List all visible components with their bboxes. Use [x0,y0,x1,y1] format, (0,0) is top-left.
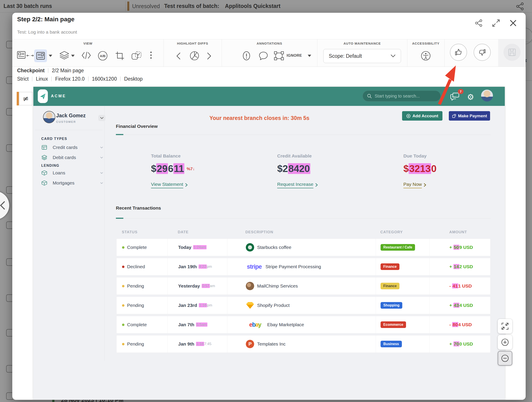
transaction-row[interactable]: Pending Jan 23rd1:16pm Shopify Product S… [116,297,491,314]
step-diff-indicator[interactable]: ≠ [19,92,32,105]
due-today-value: $32130 [403,163,437,174]
toggle-diffs-icon[interactable] [190,51,200,61]
accent-chip [116,134,123,135]
checkpoint-label: Checkpoint [17,68,44,73]
sidebar-item-label: Debit cards [53,155,100,160]
toolbar-section-view: VIEW [12,39,164,67]
toolbar-section-save [498,39,526,67]
divider [35,130,103,130]
match-regions-icon[interactable] [131,51,142,60]
close-icon[interactable] [509,19,518,27]
merchant-name: Shopify Product [257,303,290,308]
amount: +434USD [449,303,473,308]
sidebar-item-debit-cards[interactable]: Debit cards [41,153,103,162]
issue-annotation-icon[interactable] [242,51,250,61]
merchant-name: Stripe Payment Processing [265,264,321,269]
svg-text:A/B: A/B [100,54,106,58]
accent-chip [116,218,123,219]
chevron-down-icon [100,157,103,159]
amount: +700USD [449,341,473,347]
make-payment-label: Make Payment [458,114,487,118]
layers-dropdown-caret-icon[interactable] [71,55,75,57]
annotations-dropdown-caret-icon[interactable] [308,55,311,57]
balance-delta: %7↓ [187,167,195,171]
time-text: 4:22pm [199,265,212,269]
customer-name: Jack Gomez [56,113,86,119]
add-account-button[interactable]: Add Account [402,111,443,121]
os: Linux [36,76,48,82]
code-icon[interactable] [81,51,91,60]
accessibility-icon[interactable] [421,51,431,61]
sketch-logo [246,302,254,309]
status-dot [122,343,124,345]
scope-select[interactable]: Scope: Default [323,49,401,63]
zoom-out-button[interactable] [498,351,512,366]
sidebar-item-label: Mortgages [53,180,100,186]
sidebar-item-mortgages[interactable]: Mortgages [41,179,103,187]
add-account-label: Add Account [412,114,438,118]
thumbs-down-button[interactable] [474,44,491,61]
ignore-label[interactable]: IGNORE [287,53,302,58]
step-status-bar [17,92,19,105]
crop-icon[interactable] [115,51,124,60]
fit-to-screen-button[interactable] [498,319,512,333]
view-statement-link[interactable]: View Statement [151,182,188,188]
amount: +142USD [449,264,473,269]
sidebar-item-loans[interactable]: Loans [41,169,103,177]
transaction-row[interactable]: Complete Jan 7th5:5am ebayEbay Marketpla… [116,316,491,333]
column-header: DATE [167,230,227,239]
nav-section-card-types: CARD TYPES [41,137,67,141]
date-text: Jan 7th [178,322,195,327]
settings-gear-icon[interactable]: ⚙ [467,92,474,102]
expand-icon[interactable] [492,19,500,27]
checkpoint-view-icon[interactable] [36,51,45,60]
time-text: 1:24am [193,245,207,250]
toolbar-section-auto-maintenance: AUTO MAINTENANCE Scope: Default [317,39,407,67]
browser: Firefox 120.0 [55,76,84,82]
share-icon[interactable] [474,19,483,27]
layers-icon[interactable] [59,51,69,60]
request-increase-link[interactable]: Request Increase [277,182,318,188]
package-icon [41,180,47,186]
sidebar-divider [104,106,104,361]
category-badge: Restaurant / Cafe [380,244,415,251]
pay-now-link[interactable]: Pay Now [403,182,426,188]
amount: +509USD [449,245,473,250]
search-input[interactable]: Start typing to search... [363,91,441,102]
save-button[interactable] [503,44,521,61]
previous-diff-icon[interactable] [176,52,181,60]
column-header: DESCRIPTION [227,230,376,239]
thumbs-up-button[interactable] [450,44,467,61]
view-dropdown-caret-icon[interactable] [49,55,52,57]
transaction-row[interactable]: Declined Jan 19th4:22pm stripeStripe Pay… [116,258,491,275]
sidebar-item-credit-cards[interactable]: Credit cards [41,143,103,152]
ab-compare-icon[interactable]: A/B [98,51,108,61]
status-dot [122,324,124,326]
section-label: AUTO MAINTENANCE [317,41,407,45]
category-badge: Finance [380,283,399,289]
brand-name: ACME [51,94,66,98]
table-icon [41,144,47,150]
amount: -411USD [449,283,472,289]
transaction-row[interactable]: Pending Yesterday0:57am MailChimp Servic… [116,277,491,295]
ebay-logo: ebay [246,321,265,328]
date-text: Jan 19th [178,264,197,269]
status-dot [122,246,124,249]
chevron-down-icon [100,182,103,184]
next-diff-icon[interactable] [206,52,212,60]
more-options-icon[interactable] [150,51,152,59]
account-menu-button[interactable] [98,115,105,121]
remark-annotation-icon[interactable] [259,51,268,61]
status-text: Complete [127,245,147,250]
transaction-row[interactable]: Complete Today1:24am Starbucks coffee Re… [116,239,491,256]
ignore-region-icon[interactable] [274,51,284,60]
user-avatar[interactable] [481,90,493,102]
zoom-in-button[interactable] [498,335,512,350]
transaction-row[interactable]: Pending Jan 9th1:167:45 PTemplates Inc B… [116,335,491,353]
chevron-down-icon [100,147,103,149]
transactions-header-row: STATUS DATE DESCRIPTION CATEGORY AMOUNT [116,230,491,239]
app-header: ACME Start typing to search... 7 ⚙ [33,87,505,106]
make-payment-button[interactable]: Make Payment [449,111,490,121]
baseline-view-icon[interactable] [17,50,26,59]
customer-avatar [43,111,55,123]
